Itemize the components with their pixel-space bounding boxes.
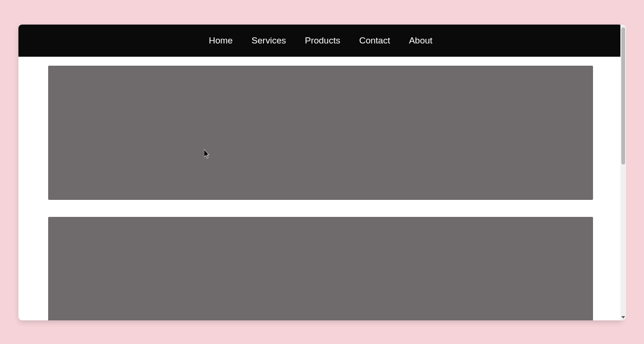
nav-link-home[interactable]: Home [209,35,233,46]
nav-link-services[interactable]: Services [252,35,286,46]
nav-link-contact[interactable]: Contact [359,35,390,46]
scrollbar-track[interactable] [620,25,626,320]
scrollbar-down-arrow-icon[interactable] [621,316,625,318]
navbar: Home Services Products Contact About [18,25,623,57]
content-block-1 [48,66,593,200]
nav-link-products[interactable]: Products [305,35,340,46]
content-area [18,57,623,320]
nav-link-about[interactable]: About [409,35,432,46]
scrollbar-thumb[interactable] [621,27,625,164]
content-block-2 [48,217,593,320]
page-frame: Home Services Products Contact About [18,25,623,320]
